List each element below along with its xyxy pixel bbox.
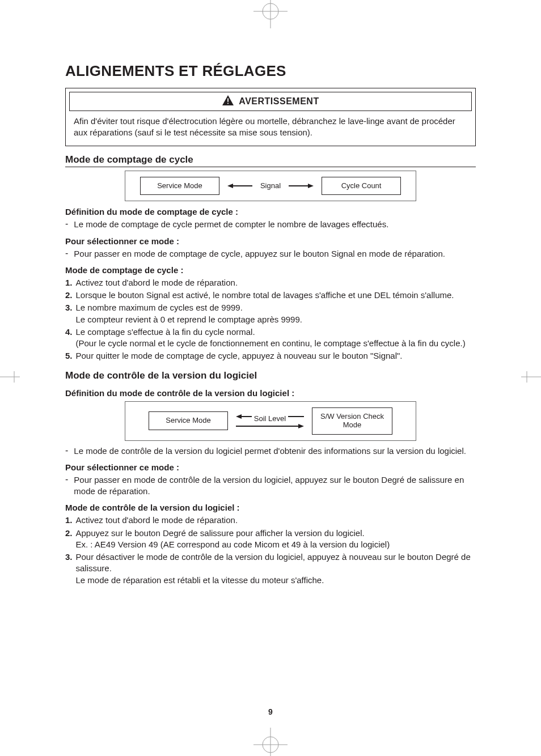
warning-label: AVERTISSEMENT [239, 96, 319, 107]
flow-mid-double-arrow: Soil Level [236, 411, 304, 431]
registration-tick-left [0, 368, 20, 388]
list-item: 2.Appuyez sur le bouton Degré de salissu… [65, 528, 476, 551]
flow-box-service-mode: Service Mode [140, 177, 219, 196]
cycle-sel-body: Pour passer en mode de comptage de cycle… [74, 248, 445, 260]
warning-body: Afin d'éviter tout risque d'électrocutio… [66, 114, 475, 146]
registration-mark-bottom [253, 728, 288, 756]
flow-mid-label: Signal [260, 181, 281, 190]
list-item: 2.Lorsque le bouton Signal est activé, l… [65, 290, 476, 301]
dash-icon: - [65, 474, 68, 498]
sw-steps-list: 1.Activez tout d'abord le mode de répara… [65, 515, 476, 586]
list-item: 1.Activez tout d'abord le mode de répara… [65, 515, 476, 526]
svg-marker-17 [236, 414, 242, 419]
page-title: ALIGNEMENTS ET RÉGLAGES [65, 62, 476, 80]
sw-mode-heading: Mode de contrôle de la version du logici… [65, 503, 476, 512]
registration-mark-top [253, 0, 288, 28]
svg-marker-15 [308, 184, 314, 188]
registration-tick-right [521, 368, 541, 388]
list-item: 4.Le comptage s'effectue à la fin du cyc… [65, 326, 476, 350]
list-item: 3.Le nombre maximum de cycles est de 999… [65, 302, 476, 325]
svg-rect-10 [227, 98, 229, 101]
sw-def-heading: Définition du mode de contrôle de la ver… [65, 388, 476, 398]
arrow-right-icon [289, 181, 314, 191]
flow-box-cycle-count: Cycle Count [322, 177, 401, 196]
cycle-flow-diagram: Service Mode Signal Cycle Count [125, 171, 416, 202]
warning-icon [222, 95, 234, 108]
sw-sel-body: Pour passer en mode de contrôle de la ve… [74, 474, 476, 498]
dash-icon: - [65, 445, 68, 457]
flow-box-service-mode: Service Mode [149, 411, 228, 430]
flow-mid-label: Soil Level [252, 414, 288, 423]
svg-marker-13 [227, 184, 233, 188]
flow-box-sw-version: S/W Version Check Mode [312, 407, 392, 435]
document-page: ALIGNEMENTS ET RÉGLAGES AVERTISSEMENT Af… [0, 0, 541, 756]
sw-sel-bullet: -Pour passer en mode de contrôle de la v… [65, 474, 476, 498]
sw-sel-heading: Pour sélectionner ce mode : [65, 462, 476, 472]
arrow-left-icon [227, 181, 252, 191]
cycle-heading: Mode de comptage de cycle [65, 154, 476, 167]
cycle-def-body: Le mode de comptage de cycle permet de c… [74, 219, 388, 230]
page-number: 9 [0, 707, 541, 716]
svg-marker-19 [298, 424, 304, 428]
cycle-steps-list: 1.Activez tout d'abord le mode de répara… [65, 277, 476, 362]
dash-icon: - [65, 248, 68, 260]
sw-def-bullet: -Le mode de contrôle de la version du lo… [65, 445, 476, 457]
cycle-sel-bullet: -Pour passer en mode de comptage de cycl… [65, 248, 476, 260]
sw-heading: Mode de contrôle de la version du logici… [65, 370, 476, 383]
warning-box: AVERTISSEMENT Afin d'éviter tout risque … [65, 88, 476, 146]
cycle-def-bullet: -Le mode de comptage de cycle permet de … [65, 219, 476, 230]
dash-icon: - [65, 219, 68, 230]
cycle-def-heading: Définition du mode de comptage de cycle … [65, 207, 476, 216]
sw-def-body: Le mode de contrôle de la version du log… [74, 445, 466, 457]
list-item: 3.Pour désactiver le mode de contrôle de… [65, 551, 476, 586]
sw-flow-diagram: Service Mode Soil Level S/W Version Chec… [125, 401, 416, 441]
cycle-mode-heading: Mode de comptage de cycle : [65, 265, 476, 275]
list-item: 1.Activez tout d'abord le mode de répara… [65, 277, 476, 288]
svg-rect-11 [227, 103, 229, 104]
warning-header: AVERTISSEMENT [69, 92, 472, 111]
list-item: 5.Pour quitter le mode de comptage de cy… [65, 350, 476, 362]
cycle-sel-heading: Pour sélectionner ce mode : [65, 236, 476, 246]
